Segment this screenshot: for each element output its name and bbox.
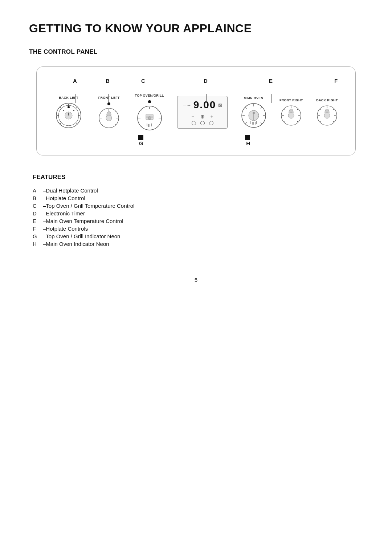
timer-minus-btn[interactable]: −	[191, 114, 194, 119]
control-panel-diagram: A B C D E F BACK LEFT	[36, 66, 356, 155]
svg-line-19	[102, 111, 103, 113]
knob-F2[interactable]	[317, 105, 338, 126]
timer-center-btn[interactable]: ⊕	[200, 114, 205, 119]
feature-letter: H	[33, 240, 43, 248]
feature-row: D–Electronic Timer	[33, 210, 134, 217]
svg-line-6	[60, 107, 61, 109]
features-heading: FEATURES	[33, 174, 363, 181]
feature-letter: C	[33, 202, 43, 210]
page-title: GETTING TO KNOW YOUR APPLAINCE	[29, 22, 363, 35]
knob-E[interactable]	[241, 103, 266, 128]
line-E	[271, 94, 272, 103]
svg-line-29	[141, 110, 143, 111]
timer-plus-btn[interactable]: +	[211, 114, 213, 119]
svg-line-16	[115, 111, 116, 113]
svg-line-68	[333, 109, 334, 110]
control-F1: FRONT RIGHT	[279, 98, 303, 126]
timer-circle-3	[209, 121, 213, 125]
features-section: FEATURES A–Dual Hotplate ControlB–Hotpla…	[29, 174, 363, 248]
svg-line-44	[261, 122, 262, 124]
feature-row: F–Hotplate Controls	[33, 225, 134, 232]
feature-letter: B	[33, 194, 43, 202]
feature-description: Dual Hotplate Control	[46, 187, 134, 194]
svg-point-11	[63, 110, 64, 111]
feature-letter: E	[33, 217, 43, 225]
dot-C	[148, 100, 151, 103]
feature-row: B–Hotplate Control	[33, 194, 134, 202]
label-B: B	[106, 78, 110, 84]
svg-point-65	[288, 113, 294, 118]
label-topOven: TOP OVEN/GRILL	[135, 94, 164, 97]
feature-letter: A	[33, 187, 43, 194]
line-D	[206, 94, 207, 103]
feature-description: Top Oven / Grill Indicator Neon	[46, 232, 134, 240]
feature-dash: –	[43, 210, 46, 217]
page-number: 5	[29, 277, 363, 283]
label-mainOven: MAIN OVEN	[244, 96, 264, 100]
feature-dash: –	[43, 232, 46, 240]
svg-line-21	[102, 123, 103, 125]
feature-letter: F	[33, 225, 43, 232]
label-F: F	[334, 78, 338, 84]
feature-row: G–Top Oven / Grill Indicator Neon	[33, 232, 134, 240]
feature-letter: G	[33, 232, 43, 240]
svg-line-42	[261, 107, 262, 109]
svg-line-45	[245, 107, 247, 109]
control-A: BACK LEFT	[54, 96, 83, 129]
svg-point-49	[253, 112, 255, 114]
svg-line-5	[76, 122, 77, 124]
control-E: MAIN OVEN	[241, 96, 266, 128]
timer-circle-2	[200, 121, 205, 125]
svg-line-28	[156, 125, 158, 126]
svg-point-75	[324, 113, 330, 118]
line-C	[144, 94, 144, 103]
svg-line-60	[297, 121, 298, 122]
feature-row: C–Top Oven / Grill Temperature Control	[33, 202, 134, 210]
control-D: ⊢→ 9.00 ⊠ − ⊕ +	[177, 96, 228, 129]
feature-description: Electronic Timer	[46, 210, 134, 217]
feature-row: H–Main Oven Indicator Neon	[33, 240, 134, 248]
knob-F1[interactable]	[281, 105, 302, 126]
feature-description: Main Oven Temperature Control	[46, 217, 134, 225]
feature-dash: –	[43, 225, 46, 232]
letter-labels-row: A B C D E F	[48, 78, 344, 84]
features-table: A–Dual Hotplate ControlB–Hotplate Contro…	[33, 187, 134, 248]
feature-row: E–Main Oven Temperature Control	[33, 217, 134, 225]
timer-display: ⊢→ 9.00 ⊠ − ⊕ +	[177, 96, 228, 129]
svg-line-47	[245, 122, 247, 124]
svg-point-23	[106, 115, 112, 121]
label-D: D	[204, 78, 208, 84]
label-frontRight: FRONT RIGHT	[279, 98, 303, 102]
svg-line-70	[333, 121, 334, 122]
feature-description: Main Oven Indicator Neon	[46, 240, 134, 248]
feature-row: A–Dual Hotplate Control	[33, 187, 134, 194]
line-F	[337, 94, 337, 103]
line-B	[108, 94, 109, 103]
label-H: H	[246, 140, 250, 146]
svg-line-73	[320, 121, 321, 122]
label-E: E	[269, 78, 273, 84]
line-A	[75, 94, 76, 103]
knob-B[interactable]	[98, 108, 119, 129]
label-C: C	[141, 78, 145, 84]
svg-point-35	[148, 117, 151, 119]
feature-letter: D	[33, 210, 43, 217]
indicator-dot-H: ●	[245, 135, 250, 140]
svg-line-61	[284, 109, 285, 110]
feature-description: Top Oven / Grill Temperature Control	[46, 202, 134, 210]
svg-line-26	[156, 110, 158, 111]
svg-line-71	[320, 109, 321, 110]
knob-C[interactable]	[137, 105, 162, 131]
svg-line-18	[115, 123, 116, 125]
feature-dash: –	[43, 217, 46, 225]
feature-dash: –	[43, 202, 46, 210]
feature-description: Hotplate Controls	[46, 225, 134, 232]
control-B: FRONT LEFT	[96, 96, 122, 129]
timer-digits: 9.00	[193, 99, 216, 111]
timer-circle-1	[192, 121, 196, 125]
timer-icon-left: ⊢→	[183, 103, 191, 108]
feature-dash: –	[43, 187, 46, 194]
knob-A[interactable]	[56, 102, 82, 129]
control-panel-heading: THE CONTROL PANEL	[29, 48, 363, 56]
control-C: TOP OVEN/GRILL	[135, 94, 164, 131]
